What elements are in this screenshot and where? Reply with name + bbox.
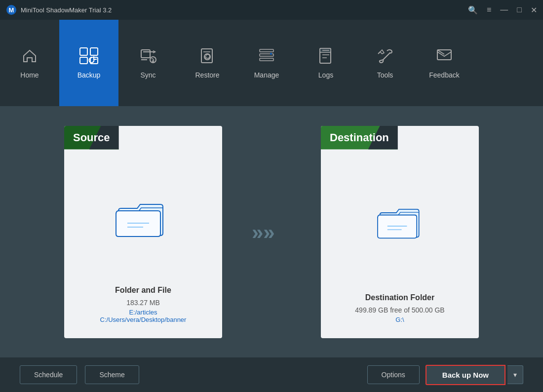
dest-drive: G:\: [355, 316, 444, 323]
close-button[interactable]: ✕: [531, 5, 537, 15]
nav-home[interactable]: Home: [0, 20, 59, 106]
feedback-icon: [435, 47, 453, 67]
backup-dropdown-button[interactable]: ▾: [507, 365, 523, 384]
titlebar-left: M MiniTool ShadowMaker Trial 3.2: [6, 4, 112, 15]
nav-restore-label: Restore: [195, 71, 219, 79]
source-path-1: E:/articles: [100, 309, 187, 316]
svg-rect-6: [141, 50, 150, 58]
source-card-header: Source: [64, 126, 119, 150]
schedule-button[interactable]: Schedule: [20, 365, 77, 384]
dest-title: Destination Folder: [355, 293, 444, 302]
logs-icon: [317, 47, 335, 67]
nav-sync-label: Sync: [140, 71, 155, 79]
titlebar: M MiniTool ShadowMaker Trial 3.2 🔍 ≡ — □…: [0, 0, 543, 20]
source-title: Folder and File: [100, 286, 187, 295]
source-info: Folder and File 183.27 MB E:/articles C:…: [90, 281, 196, 338]
nav-tools[interactable]: Tools: [355, 20, 415, 106]
navbar: Home Backup: [0, 20, 543, 106]
tools-icon: [376, 47, 394, 67]
menu-button[interactable]: ≡: [487, 5, 491, 14]
app-logo-icon: M: [6, 4, 17, 15]
source-folder-icon: [114, 194, 173, 243]
source-size: 183.27 MB: [100, 299, 187, 307]
arrow-area: »»: [252, 220, 291, 244]
nav-manage-label: Manage: [254, 71, 279, 79]
nav-feedback[interactable]: Feedback: [415, 20, 474, 106]
svg-text:M: M: [9, 6, 14, 14]
nav-backup-label: Backup: [78, 71, 101, 79]
svg-rect-2: [80, 48, 87, 55]
restore-icon: [198, 47, 216, 67]
app-title: MiniTool ShadowMaker Trial 3.2: [21, 6, 112, 14]
nav-tools-label: Tools: [377, 71, 393, 79]
svg-rect-10: [260, 49, 273, 52]
backup-now-button[interactable]: Back up Now: [426, 365, 505, 385]
bottom-left-actions: Schedule Scheme: [20, 365, 139, 384]
dest-header-label: Destination: [330, 131, 389, 144]
svg-rect-4: [80, 57, 87, 64]
source-card[interactable]: Source Folder and File 183.27 MB E:/arti…: [64, 126, 222, 338]
destination-card[interactable]: Destination Destination Folder 499.89 GB…: [321, 126, 479, 338]
search-button[interactable]: 🔍: [468, 5, 478, 15]
bottom-right-actions: Options Back up Now ▾: [367, 365, 523, 385]
dest-info: Destination Folder 499.89 GB free of 500…: [345, 288, 454, 338]
options-button[interactable]: Options: [367, 365, 420, 384]
nav-backup[interactable]: Backup: [59, 20, 118, 106]
nav-home-label: Home: [20, 71, 39, 79]
nav-logs[interactable]: Logs: [296, 20, 355, 106]
dest-card-header: Destination: [321, 126, 398, 150]
backup-icon: [79, 47, 99, 67]
arrow-icon: »»: [252, 220, 291, 244]
nav-logs-label: Logs: [318, 71, 333, 79]
maximize-button[interactable]: □: [517, 5, 522, 14]
titlebar-controls: 🔍 ≡ — □ ✕: [468, 5, 537, 15]
source-header-label: Source: [73, 131, 110, 144]
nav-feedback-label: Feedback: [429, 71, 459, 79]
source-path-2: C:/Users/vera/Desktop/banner: [100, 316, 187, 323]
svg-point-13: [270, 53, 272, 55]
minimize-button[interactable]: —: [500, 5, 508, 14]
main-content: Source Folder and File 183.27 MB E:/arti…: [0, 106, 543, 357]
manage-icon: [258, 47, 275, 67]
dest-folder-icon: [373, 199, 427, 244]
source-icon-area: [114, 156, 173, 281]
svg-rect-3: [90, 48, 98, 55]
svg-line-20: [378, 52, 380, 54]
svg-rect-12: [260, 58, 273, 61]
scheme-button[interactable]: Scheme: [85, 365, 139, 384]
nav-restore[interactable]: Restore: [178, 20, 237, 106]
bottombar: Schedule Scheme Options Back up Now ▾: [0, 357, 543, 392]
home-icon: [21, 47, 39, 67]
nav-manage[interactable]: Manage: [237, 20, 296, 106]
nav-sync[interactable]: Sync: [118, 20, 178, 106]
dest-icon-area: [373, 156, 427, 288]
sync-icon: [139, 47, 157, 67]
dest-free: 499.89 GB free of 500.00 GB: [355, 306, 444, 314]
svg-text:»»: »»: [252, 221, 275, 244]
